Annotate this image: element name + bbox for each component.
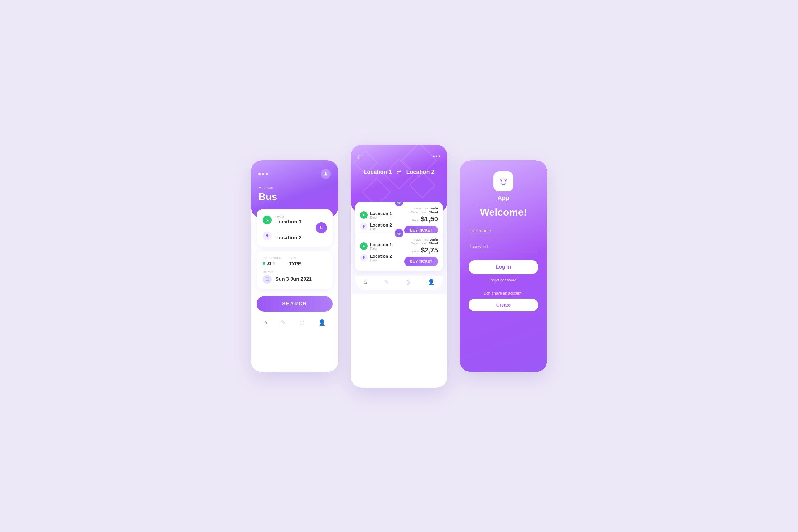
- svg-marker-7: [363, 245, 365, 247]
- card2-from-info: Location 1 Date: [370, 242, 392, 251]
- svg-point-13: [505, 178, 506, 179]
- diamond-3: [409, 172, 436, 198]
- phone-screen-3: App Welcome! Log In Forgot password? Don…: [460, 160, 547, 372]
- from-location[interactable]: Location 1: [275, 219, 302, 225]
- depart-value[interactable]: Sun 3 Jun 2021: [275, 277, 312, 282]
- bus-badge-1: 🚌: [395, 197, 403, 206]
- login-button[interactable]: Log In: [469, 260, 538, 274]
- username-input[interactable]: [469, 226, 538, 236]
- s1-dot-1: [259, 173, 261, 175]
- card1-from-name: Location 1: [370, 211, 392, 216]
- card2-to-sub: Date: [370, 259, 392, 262]
- card1-to-icon: [360, 223, 367, 230]
- passenger-card: PASSENGER 01 TYPE TYPE DEPART: [256, 251, 332, 289]
- nav-clock-icon[interactable]: ◷: [300, 319, 305, 326]
- buy-ticket-button-2[interactable]: BUY TICKET: [404, 257, 438, 266]
- create-button[interactable]: Create: [469, 299, 538, 311]
- card1-price-label: Price:: [412, 219, 419, 222]
- s2-nav-edit[interactable]: ✎: [384, 279, 389, 285]
- route-from: Location 1: [363, 169, 392, 175]
- card2-from-icon: [360, 243, 367, 250]
- passenger-dot-green: [263, 262, 265, 265]
- svg-rect-2: [266, 278, 269, 281]
- passenger-number: 01: [267, 261, 271, 266]
- depart-row: DEPART Sun 3 Jun 2021: [263, 270, 326, 284]
- to-info: TO Location 2: [275, 231, 302, 241]
- nav-user-icon[interactable]: 👤: [319, 319, 325, 326]
- card2-travel-val: 20min: [430, 238, 438, 241]
- card1-from-icon: [360, 211, 367, 219]
- card1-to-name: Location 2: [370, 223, 392, 228]
- card1-travel-label: Travel Time: 30min: [404, 207, 438, 210]
- from-icon: [263, 216, 271, 224]
- s1-dot-2: [262, 173, 264, 175]
- search-button[interactable]: SEARCH: [256, 296, 332, 312]
- svg-point-11: [501, 178, 502, 179]
- card1-price-val: $1,50: [421, 215, 438, 223]
- bus-icon-2: 🚌: [397, 231, 401, 235]
- card2-price-val: $2,75: [421, 246, 438, 254]
- avatar-button[interactable]: [321, 169, 331, 179]
- card1-to-info: Location 2 Date: [370, 223, 392, 231]
- swap-icon: [320, 225, 323, 230]
- to-icon: [263, 231, 271, 240]
- nav-edit-icon[interactable]: ✎: [281, 319, 286, 326]
- swap-button[interactable]: [316, 222, 327, 233]
- s2-bottom-nav: ⌂ ✎ ◷ 👤: [355, 276, 443, 290]
- svg-rect-9: [498, 176, 509, 187]
- password-input[interactable]: [469, 242, 538, 252]
- card2-travel-label: Travel Time: 20min: [404, 238, 438, 241]
- nav-home-icon[interactable]: ⌂: [264, 319, 267, 326]
- back-button[interactable]: ‹: [357, 151, 360, 162]
- type-label: TYPE: [289, 256, 301, 260]
- ticket-left-2: Location 1 Date Location 2 Date: [360, 242, 392, 262]
- s2-nav-clock[interactable]: ◷: [405, 279, 411, 285]
- card2-to-icon: [360, 254, 367, 262]
- screens-container: Hi, Jhon Bus FROM Location 1: [251, 145, 547, 388]
- from-info: FROM Location 1: [275, 215, 302, 225]
- type-value[interactable]: TYPE: [289, 261, 301, 266]
- card1-from-row: Location 1 Date: [360, 211, 392, 220]
- bus-icon-1: 🚌: [397, 200, 401, 204]
- app-name: App: [497, 194, 510, 202]
- phone-screen-1: Hi, Jhon Bus FROM Location 1: [251, 160, 338, 372]
- card2-from-sub: Date: [370, 247, 392, 251]
- s1-dots: [259, 173, 268, 175]
- ticket-right-1: Travel Time: 30min Departure on: 15mint …: [404, 207, 438, 235]
- passenger-label: PASSENGER: [263, 256, 282, 260]
- s2-body: 🚌 Location 1 Date: [351, 202, 447, 294]
- card1-travel-val: 30min: [430, 207, 438, 210]
- no-account-text: Don´t have an account?: [483, 291, 523, 296]
- menu-button[interactable]: •••: [433, 153, 441, 160]
- card2-price-row: Price: $2,75: [404, 246, 438, 254]
- phone-screen-2: ‹ ••• Location 1 ⇌ Location 2 🚌: [351, 145, 447, 388]
- depart-value-row: Sun 3 Jun 2021: [263, 275, 326, 284]
- card1-departure-val: 15mint: [429, 211, 438, 214]
- passenger-value[interactable]: 01: [263, 261, 282, 266]
- to-row: TO Location 2: [263, 231, 326, 241]
- forgot-password-link[interactable]: Forgot password?: [489, 278, 518, 282]
- s1-dot-3: [266, 173, 268, 175]
- bus-badge-2: 🚌: [395, 229, 403, 238]
- passenger-type-row: PASSENGER 01 TYPE TYPE: [263, 256, 326, 266]
- ticket-card-2: 🚌 Location 1 Date: [355, 233, 443, 271]
- s2-nav-home[interactable]: ⌂: [363, 279, 367, 285]
- ticket-row-2: Location 1 Date Location 2 Date: [360, 238, 438, 266]
- card1-departure-label: Departure on: 15mint: [404, 211, 438, 214]
- s2-nav-user[interactable]: 👤: [428, 279, 435, 285]
- greeting-text: Hi, Jhon: [259, 185, 331, 190]
- location-arrow-icon: [266, 217, 269, 223]
- to-label: TO: [275, 231, 302, 234]
- app-icon: [493, 171, 513, 191]
- card2-to-info: Location 2 Date: [370, 254, 392, 262]
- depart-label: DEPART: [263, 270, 326, 274]
- calendar-icon: [263, 275, 271, 284]
- s1-body: FROM Location 1 TO Location 2: [251, 209, 338, 337]
- to-location[interactable]: Location 2: [275, 235, 302, 241]
- card1-from-info: Location 1 Date: [370, 211, 392, 220]
- card2-price-label: Price:: [412, 250, 419, 253]
- route-arrow: ⇌: [397, 169, 401, 176]
- card2-departure-label: Departure on: 25mint: [404, 242, 438, 245]
- svg-point-0: [325, 172, 326, 174]
- passenger-field: PASSENGER 01: [263, 256, 282, 266]
